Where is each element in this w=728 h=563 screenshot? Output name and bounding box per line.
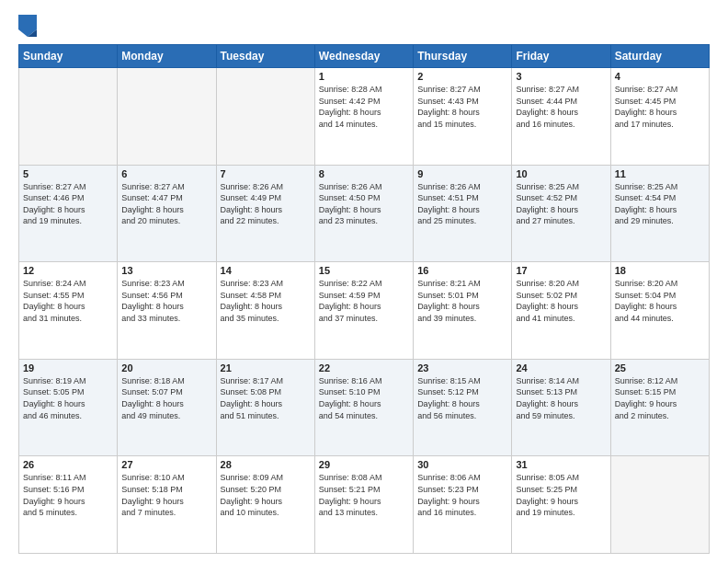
day-info: Sunrise: 8:06 AM Sunset: 5:23 PM Dayligh…: [417, 472, 507, 518]
day-info: Sunrise: 8:28 AM Sunset: 4:42 PM Dayligh…: [319, 84, 409, 130]
calendar-row: 26Sunrise: 8:11 AM Sunset: 5:16 PM Dayli…: [19, 456, 710, 554]
day-number: 28: [221, 459, 311, 470]
day-number: 15: [319, 265, 409, 276]
calendar-cell: [118, 68, 216, 166]
calendar-cell: 3Sunrise: 8:27 AM Sunset: 4:44 PM Daylig…: [512, 68, 610, 166]
header: [18, 15, 710, 37]
day-number: 29: [319, 459, 409, 470]
weekday-header-monday: Monday: [118, 45, 216, 68]
calendar-cell: 31Sunrise: 8:05 AM Sunset: 5:25 PM Dayli…: [512, 456, 610, 554]
day-info: Sunrise: 8:09 AM Sunset: 5:20 PM Dayligh…: [221, 472, 311, 518]
calendar-row: 19Sunrise: 8:19 AM Sunset: 5:05 PM Dayli…: [19, 359, 710, 456]
calendar-row: 1Sunrise: 8:28 AM Sunset: 4:42 PM Daylig…: [19, 68, 710, 166]
day-number: 8: [319, 168, 409, 179]
calendar-cell: [610, 456, 709, 554]
day-number: 19: [23, 362, 113, 373]
day-info: Sunrise: 8:21 AM Sunset: 5:01 PM Dayligh…: [417, 278, 507, 324]
day-info: Sunrise: 8:23 AM Sunset: 4:58 PM Dayligh…: [221, 278, 311, 324]
day-number: 25: [615, 362, 705, 373]
day-number: 13: [121, 265, 211, 276]
day-number: 5: [23, 168, 113, 179]
day-number: 11: [615, 168, 705, 179]
day-number: 10: [516, 168, 606, 179]
day-number: 21: [221, 362, 311, 373]
calendar-row: 12Sunrise: 8:24 AM Sunset: 4:55 PM Dayli…: [19, 262, 710, 360]
calendar-cell: 24Sunrise: 8:14 AM Sunset: 5:13 PM Dayli…: [512, 359, 610, 456]
day-info: Sunrise: 8:10 AM Sunset: 5:18 PM Dayligh…: [121, 472, 211, 518]
day-info: Sunrise: 8:27 AM Sunset: 4:46 PM Dayligh…: [23, 181, 113, 227]
day-number: 27: [121, 459, 211, 470]
day-info: Sunrise: 8:19 AM Sunset: 5:05 PM Dayligh…: [23, 375, 113, 421]
calendar-cell: 5Sunrise: 8:27 AM Sunset: 4:46 PM Daylig…: [19, 165, 118, 262]
weekday-header-wednesday: Wednesday: [314, 45, 413, 68]
day-number: 7: [221, 168, 311, 179]
day-info: Sunrise: 8:26 AM Sunset: 4:49 PM Dayligh…: [221, 181, 311, 227]
day-info: Sunrise: 8:05 AM Sunset: 5:25 PM Dayligh…: [516, 472, 606, 518]
calendar-cell: [216, 68, 314, 166]
calendar-cell: 16Sunrise: 8:21 AM Sunset: 5:01 PM Dayli…: [414, 262, 512, 360]
weekday-header-sunday: Sunday: [19, 45, 118, 68]
day-info: Sunrise: 8:16 AM Sunset: 5:10 PM Dayligh…: [319, 375, 409, 421]
calendar-cell: 2Sunrise: 8:27 AM Sunset: 4:43 PM Daylig…: [414, 68, 512, 166]
calendar-table: SundayMondayTuesdayWednesdayThursdayFrid…: [18, 44, 710, 554]
day-number: 31: [516, 459, 606, 470]
weekday-header-row: SundayMondayTuesdayWednesdayThursdayFrid…: [19, 45, 710, 68]
day-number: 2: [417, 71, 507, 82]
day-info: Sunrise: 8:14 AM Sunset: 5:13 PM Dayligh…: [516, 375, 606, 421]
day-number: 4: [615, 71, 705, 82]
calendar-cell: 21Sunrise: 8:17 AM Sunset: 5:08 PM Dayli…: [216, 359, 314, 456]
calendar-cell: 9Sunrise: 8:26 AM Sunset: 4:51 PM Daylig…: [414, 165, 512, 262]
day-number: 26: [23, 459, 113, 470]
calendar-cell: 12Sunrise: 8:24 AM Sunset: 4:55 PM Dayli…: [19, 262, 118, 360]
logo: [18, 15, 39, 37]
calendar-cell: 8Sunrise: 8:26 AM Sunset: 4:50 PM Daylig…: [314, 165, 413, 262]
calendar-cell: 27Sunrise: 8:10 AM Sunset: 5:18 PM Dayli…: [118, 456, 216, 554]
day-info: Sunrise: 8:25 AM Sunset: 4:52 PM Dayligh…: [516, 181, 606, 227]
calendar-cell: 23Sunrise: 8:15 AM Sunset: 5:12 PM Dayli…: [414, 359, 512, 456]
calendar-cell: [19, 68, 118, 166]
day-info: Sunrise: 8:15 AM Sunset: 5:12 PM Dayligh…: [417, 375, 507, 421]
weekday-header-friday: Friday: [512, 45, 610, 68]
calendar-cell: 20Sunrise: 8:18 AM Sunset: 5:07 PM Dayli…: [118, 359, 216, 456]
day-info: Sunrise: 8:11 AM Sunset: 5:16 PM Dayligh…: [23, 472, 113, 518]
calendar-cell: 28Sunrise: 8:09 AM Sunset: 5:20 PM Dayli…: [216, 456, 314, 554]
calendar-cell: 10Sunrise: 8:25 AM Sunset: 4:52 PM Dayli…: [512, 165, 610, 262]
day-number: 23: [417, 362, 507, 373]
day-info: Sunrise: 8:26 AM Sunset: 4:50 PM Dayligh…: [319, 181, 409, 227]
day-info: Sunrise: 8:20 AM Sunset: 5:04 PM Dayligh…: [615, 278, 705, 324]
calendar-cell: 11Sunrise: 8:25 AM Sunset: 4:54 PM Dayli…: [610, 165, 709, 262]
day-info: Sunrise: 8:22 AM Sunset: 4:59 PM Dayligh…: [319, 278, 409, 324]
day-info: Sunrise: 8:17 AM Sunset: 5:08 PM Dayligh…: [221, 375, 311, 421]
day-number: 24: [516, 362, 606, 373]
page: SundayMondayTuesdayWednesdayThursdayFrid…: [0, 0, 728, 563]
calendar-cell: 22Sunrise: 8:16 AM Sunset: 5:10 PM Dayli…: [314, 359, 413, 456]
day-info: Sunrise: 8:08 AM Sunset: 5:21 PM Dayligh…: [319, 472, 409, 518]
day-info: Sunrise: 8:25 AM Sunset: 4:54 PM Dayligh…: [615, 181, 705, 227]
day-number: 9: [417, 168, 507, 179]
day-number: 20: [121, 362, 211, 373]
calendar-cell: 29Sunrise: 8:08 AM Sunset: 5:21 PM Dayli…: [314, 456, 413, 554]
calendar-cell: 17Sunrise: 8:20 AM Sunset: 5:02 PM Dayli…: [512, 262, 610, 360]
calendar-row: 5Sunrise: 8:27 AM Sunset: 4:46 PM Daylig…: [19, 165, 710, 262]
calendar-cell: 1Sunrise: 8:28 AM Sunset: 4:42 PM Daylig…: [314, 68, 413, 166]
calendar-cell: 19Sunrise: 8:19 AM Sunset: 5:05 PM Dayli…: [19, 359, 118, 456]
calendar-cell: 26Sunrise: 8:11 AM Sunset: 5:16 PM Dayli…: [19, 456, 118, 554]
day-number: 1: [319, 71, 409, 82]
day-number: 3: [516, 71, 606, 82]
weekday-header-saturday: Saturday: [610, 45, 709, 68]
day-info: Sunrise: 8:27 AM Sunset: 4:44 PM Dayligh…: [516, 84, 606, 130]
calendar-cell: 13Sunrise: 8:23 AM Sunset: 4:56 PM Dayli…: [118, 262, 216, 360]
calendar-cell: 4Sunrise: 8:27 AM Sunset: 4:45 PM Daylig…: [610, 68, 709, 166]
day-info: Sunrise: 8:26 AM Sunset: 4:51 PM Dayligh…: [417, 181, 507, 227]
calendar-cell: 14Sunrise: 8:23 AM Sunset: 4:58 PM Dayli…: [216, 262, 314, 360]
weekday-header-thursday: Thursday: [414, 45, 512, 68]
calendar-cell: 7Sunrise: 8:26 AM Sunset: 4:49 PM Daylig…: [216, 165, 314, 262]
calendar-cell: 25Sunrise: 8:12 AM Sunset: 5:15 PM Dayli…: [610, 359, 709, 456]
logo-icon: [18, 15, 37, 37]
day-info: Sunrise: 8:27 AM Sunset: 4:47 PM Dayligh…: [121, 181, 211, 227]
day-info: Sunrise: 8:27 AM Sunset: 4:43 PM Dayligh…: [417, 84, 507, 130]
day-info: Sunrise: 8:20 AM Sunset: 5:02 PM Dayligh…: [516, 278, 606, 324]
day-number: 17: [516, 265, 606, 276]
calendar-cell: 18Sunrise: 8:20 AM Sunset: 5:04 PM Dayli…: [610, 262, 709, 360]
day-number: 16: [417, 265, 507, 276]
